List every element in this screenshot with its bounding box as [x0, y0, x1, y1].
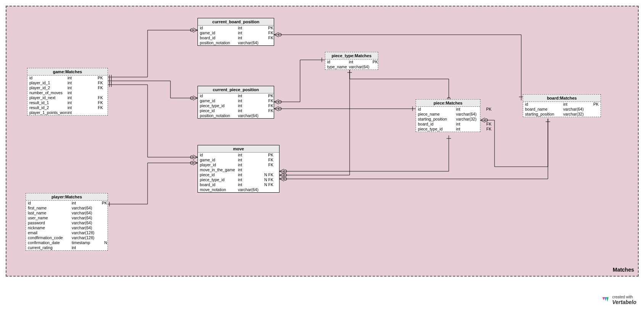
col-key [263, 167, 273, 172]
svg-line-8 [193, 98, 198, 100]
table-piece[interactable]: piece:Matches idintPKpiece_namevarchar(6… [416, 99, 480, 132]
col-type: varchar(64) [72, 225, 100, 230]
col-key: FK [263, 158, 273, 163]
table-header: piece_type:Matches [325, 52, 378, 60]
col-type: int [238, 98, 263, 103]
col-key [588, 112, 599, 117]
column-row: position_notationvarchar(64) [198, 113, 274, 118]
svg-point-44 [284, 177, 287, 180]
table-board[interactable]: board:Matches idintPKboard_namevarchar(6… [523, 94, 601, 117]
col-key: N FK [263, 177, 273, 182]
col-name: first_name [28, 206, 72, 211]
col-key: FK [263, 163, 273, 167]
col-name: piece_type_id [200, 103, 238, 108]
col-key [588, 107, 599, 112]
col-type: int [456, 122, 481, 127]
svg-line-27 [274, 106, 279, 109]
table-player[interactable]: player:Matches idintPKfirst_namevarchar(… [26, 193, 108, 251]
vertabelo-logo-icon [601, 296, 610, 305]
column-row: piece_type_idintFK [198, 103, 274, 108]
col-name: starting_position [418, 117, 456, 122]
col-name: player_id_2 [29, 85, 67, 90]
col-key: FK [92, 100, 103, 105]
col-key: PK [92, 76, 103, 80]
svg-line-16 [193, 161, 198, 163]
branding: created with Vertabelo [601, 295, 636, 305]
col-name: id [200, 26, 238, 31]
col-type: varchar(128) [72, 230, 100, 235]
column-row: condfirmation_codevarchar(128) [26, 235, 108, 240]
col-key: PK [588, 102, 599, 107]
table-body: idintPKgame_idintFKboard_idintFKposition… [198, 26, 274, 45]
col-name: id [200, 153, 238, 158]
col-type: varchar(64) [72, 211, 100, 216]
column-row: idintPK [416, 107, 480, 112]
col-type: int [456, 107, 481, 112]
col-type: varchar(64) [238, 40, 263, 45]
column-row: board_idintFK [416, 122, 480, 127]
svg-marker-49 [602, 297, 605, 300]
col-type: int [67, 110, 92, 115]
col-type: int [238, 103, 263, 108]
col-key [263, 187, 273, 192]
column-row: nicknamevarchar(64) [26, 225, 108, 230]
col-key: FK [263, 103, 273, 108]
table-move[interactable]: move idintPKgame_idintFKplayer_idintFKmo… [198, 145, 279, 193]
column-row: game_idintFK [198, 158, 279, 163]
svg-point-21 [278, 33, 281, 36]
col-name: confirmation_date [28, 240, 72, 245]
column-row: confirmation_datetimestampN [26, 240, 108, 245]
column-row: player_idintFK [198, 163, 279, 167]
svg-line-28 [274, 109, 279, 111]
table-current-board-position[interactable]: current_board_position idintPKgame_idint… [198, 18, 274, 46]
col-key: FK [92, 85, 103, 90]
col-type: int [238, 182, 263, 187]
col-name: result_id_2 [29, 105, 67, 110]
col-name: game_id [200, 31, 238, 35]
column-row: board_namevarchar(64) [523, 107, 601, 112]
table-body: idintPKgame_idintFKpiece_type_idintFKpie… [198, 93, 274, 118]
col-name: move_notation [200, 187, 238, 192]
col-key: FK [263, 35, 273, 40]
column-row: first_namevarchar(64) [26, 206, 108, 211]
col-name: move_in_the_game [200, 167, 238, 172]
col-key: FK [481, 122, 491, 127]
col-name: user_name [28, 216, 72, 220]
col-name: id [327, 60, 349, 64]
svg-line-24 [274, 102, 279, 104]
column-row: player_1_points_wonint [27, 110, 108, 115]
column-row: emailvarchar(128) [26, 230, 108, 235]
col-name: last_name [28, 211, 72, 216]
table-body: idintPKplayer_id_1intFKplayer_id_2intFKn… [27, 76, 108, 115]
col-name: player_id_1 [29, 80, 67, 85]
branding-name: Vertabelo [612, 299, 636, 305]
col-type: varchar(64) [72, 206, 100, 211]
table-header: move [198, 145, 279, 153]
svg-point-14 [190, 156, 193, 159]
col-name: piece_type_id [418, 127, 456, 132]
column-row: idintPK [198, 26, 274, 31]
col-key [263, 113, 273, 118]
diagram-area: game:Matches idintPKplayer_id_1intFKplay… [6, 6, 639, 277]
col-type: int [67, 90, 92, 95]
col-type: int [238, 35, 263, 40]
svg-point-25 [278, 100, 281, 103]
table-current-piece-position[interactable]: current_piece_position idintPKgame_idint… [198, 86, 274, 119]
col-key [481, 112, 491, 117]
svg-line-36 [279, 171, 284, 174]
col-name: piece_id [200, 108, 238, 113]
col-type: int [456, 127, 481, 132]
col-name: condfirmation_code [28, 235, 72, 240]
column-row: player_id_1intFK [27, 80, 108, 85]
table-piece-type[interactable]: piece_type:Matches idintPKtype_namevarch… [325, 52, 378, 70]
col-key: PK [263, 153, 273, 158]
table-header: game:Matches [27, 68, 108, 76]
column-row: piece_type_idintFK [416, 127, 480, 132]
column-row: board_idintFK [198, 35, 274, 40]
col-key: FK [263, 108, 273, 113]
col-type: int [238, 172, 263, 177]
col-type: varchar(64) [563, 107, 588, 112]
column-row: starting_positionvarchar(32) [416, 117, 480, 122]
col-type: varchar(64) [349, 64, 371, 69]
table-game[interactable]: game:Matches idintPKplayer_id_1intFKplay… [27, 68, 108, 116]
